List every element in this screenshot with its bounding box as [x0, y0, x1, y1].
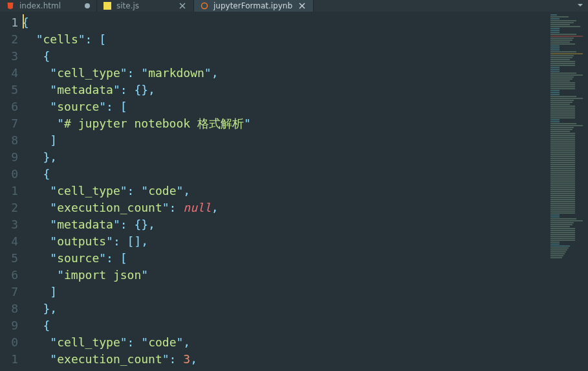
- line-number: 4: [0, 233, 18, 250]
- tab-label: index.html: [19, 1, 61, 10]
- code-line[interactable]: "cell_type": "markdown",: [22, 65, 547, 82]
- tab-label: jupyterFormat.ipynb: [213, 1, 292, 10]
- code-line[interactable]: {: [22, 14, 547, 31]
- code-line[interactable]: },: [22, 300, 547, 317]
- code-line[interactable]: "metadata": {},: [22, 82, 547, 98]
- code-line[interactable]: "cells": [: [22, 31, 547, 48]
- line-number: 3: [0, 216, 18, 233]
- file-js-icon: [103, 2, 111, 10]
- line-number: 6: [0, 98, 18, 115]
- line-number: 8: [0, 132, 18, 149]
- tab-overflow-button[interactable]: [572, 0, 588, 12]
- code-line[interactable]: "cell_type": "code",: [22, 334, 547, 351]
- close-icon[interactable]: [298, 1, 307, 10]
- tab-jupyterformat-ipynb[interactable]: jupyterFormat.ipynb: [194, 0, 314, 12]
- line-number: 0: [0, 334, 18, 351]
- tab-site-js[interactable]: site.js: [97, 0, 194, 12]
- unsaved-dot-icon: [85, 3, 90, 8]
- line-number: 1: [0, 351, 18, 368]
- line-number: 6: [0, 267, 18, 284]
- line-number: 9: [0, 317, 18, 334]
- minimap[interactable]: [547, 12, 588, 371]
- svg-rect-0: [103, 2, 111, 10]
- close-icon[interactable]: [178, 1, 187, 10]
- code-line[interactable]: "execution_count": null,: [22, 199, 547, 216]
- code-line[interactable]: "source": [: [22, 250, 547, 267]
- line-number: 7: [0, 115, 18, 132]
- code-line[interactable]: ]: [22, 284, 547, 300]
- tab-label: site.js: [116, 1, 139, 10]
- code-line[interactable]: },: [22, 149, 547, 166]
- line-number: 5: [0, 82, 18, 98]
- line-number: 8: [0, 300, 18, 317]
- code-line[interactable]: {: [22, 48, 547, 65]
- file-jupyter-icon: [201, 2, 208, 10]
- code-line[interactable]: ]: [22, 132, 547, 149]
- line-number: 9: [0, 149, 18, 166]
- code-line[interactable]: {: [22, 166, 547, 183]
- line-number: 4: [0, 65, 18, 82]
- line-number-gutter: 123456789012345678901: [0, 12, 21, 371]
- tab-index-html[interactable]: index.html: [0, 0, 97, 12]
- line-number: 7: [0, 284, 18, 300]
- code-line[interactable]: "# jupyter notebook 格式解析": [22, 115, 547, 132]
- editor[interactable]: 123456789012345678901 { "cells": [ { "ce…: [0, 12, 588, 371]
- line-number: 0: [0, 166, 18, 183]
- tab-bar: index.html site.js jupyterFormat.ipynb: [0, 0, 588, 12]
- line-number: 1: [0, 183, 18, 199]
- line-number: 5: [0, 250, 18, 267]
- code-line[interactable]: "outputs": [],: [22, 233, 547, 250]
- chevron-down-icon: [576, 1, 584, 11]
- line-number: 1: [0, 14, 18, 31]
- code-line[interactable]: "cell_type": "code",: [22, 183, 547, 199]
- code-line[interactable]: "metadata": {},: [22, 216, 547, 233]
- file-html-icon: [6, 2, 14, 10]
- code-line[interactable]: "source": [: [22, 98, 547, 115]
- code-line[interactable]: {: [22, 317, 547, 334]
- line-number: 3: [0, 48, 18, 65]
- code-area[interactable]: { "cells": [ { "cell_type": "markdown", …: [21, 12, 547, 371]
- svg-point-1: [202, 3, 208, 9]
- code-line[interactable]: "execution_count": 3,: [22, 351, 547, 368]
- line-number: 2: [0, 199, 18, 216]
- line-number: 2: [0, 31, 18, 48]
- code-line[interactable]: "import json": [22, 267, 547, 284]
